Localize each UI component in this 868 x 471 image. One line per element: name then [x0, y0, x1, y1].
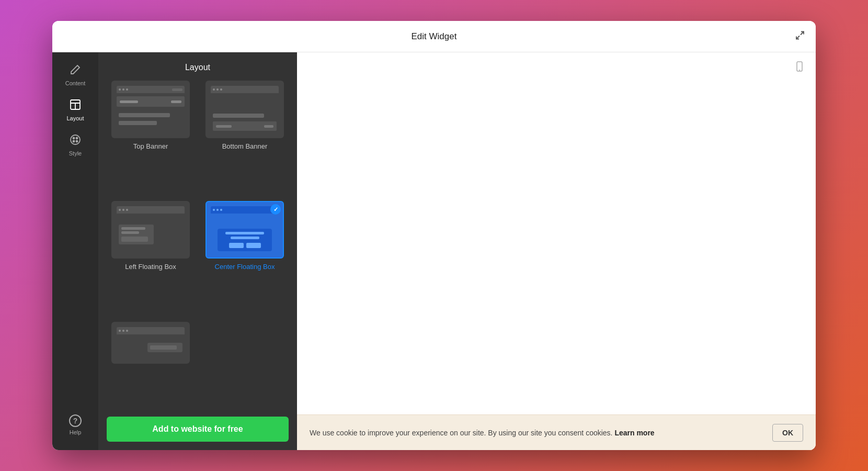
pencil-icon	[70, 64, 81, 78]
sidebar-item-style[interactable]: Style	[52, 128, 98, 163]
layout-item-right-floating[interactable]	[107, 322, 195, 408]
modal-header: Edit Widget	[52, 21, 816, 52]
device-icon[interactable]	[794, 61, 805, 75]
expand-button[interactable]	[795, 30, 805, 43]
svg-point-7	[76, 138, 78, 139]
sidebar-item-content[interactable]: Content	[52, 58, 98, 93]
cookie-text: We use cookie to improve your experience…	[310, 429, 764, 437]
sidebar-item-style-label: Style	[69, 150, 82, 156]
layout-item-center-floating[interactable]: ✓	[201, 201, 289, 315]
modal-title: Edit Widget	[412, 31, 457, 42]
help-icon: ?	[69, 414, 82, 427]
layout-item-bottom-banner[interactable]: Bottom Banner	[201, 81, 289, 195]
right-floating-thumb	[111, 322, 190, 364]
svg-point-9	[76, 141, 78, 142]
svg-point-5	[71, 135, 80, 144]
bottom-banner-thumb	[205, 81, 284, 138]
svg-point-6	[73, 138, 75, 139]
left-floating-label: Left Floating Box	[125, 263, 176, 271]
cookie-banner: We use cookie to improve your experience…	[297, 414, 816, 450]
layout-icon	[70, 99, 81, 113]
sidebar-item-help[interactable]: ? Help	[52, 408, 98, 442]
sidebar-item-help-label: Help	[70, 429, 82, 435]
add-to-website-button[interactable]: Add to website for free	[107, 417, 289, 442]
sidebar-item-layout[interactable]: Layout	[52, 93, 98, 128]
svg-line-1	[796, 36, 800, 39]
top-banner-thumb	[111, 81, 190, 138]
preview-area	[297, 52, 816, 414]
layout-grid: Top Banner	[98, 81, 297, 408]
sidebar-item-layout-label: Layout	[66, 115, 84, 121]
panel-title: Layout	[98, 52, 297, 81]
icon-sidebar: Content Layout	[52, 52, 98, 450]
top-banner-label: Top Banner	[133, 142, 168, 150]
layout-item-left-floating[interactable]: Left Floating Box	[107, 201, 195, 315]
left-floating-thumb	[111, 201, 190, 259]
svg-point-8	[73, 141, 75, 142]
layout-panel: Layout	[98, 52, 297, 450]
main-content: We use cookie to improve your experience…	[297, 52, 816, 450]
svg-line-0	[801, 31, 804, 35]
modal-body: Content Layout	[52, 52, 816, 450]
palette-icon	[70, 134, 81, 148]
cookie-ok-button[interactable]: OK	[772, 424, 803, 442]
learn-more-link[interactable]: Learn more	[614, 429, 654, 437]
center-floating-thumb: ✓	[205, 201, 284, 259]
sidebar-item-content-label: Content	[65, 80, 86, 86]
add-button-container: Add to website for free	[98, 408, 297, 450]
center-floating-label: Center Floating Box	[215, 263, 275, 271]
bottom-banner-label: Bottom Banner	[222, 142, 268, 150]
layout-item-top-banner[interactable]: Top Banner	[107, 81, 195, 195]
edit-widget-modal: Edit Widget Content	[52, 21, 816, 450]
